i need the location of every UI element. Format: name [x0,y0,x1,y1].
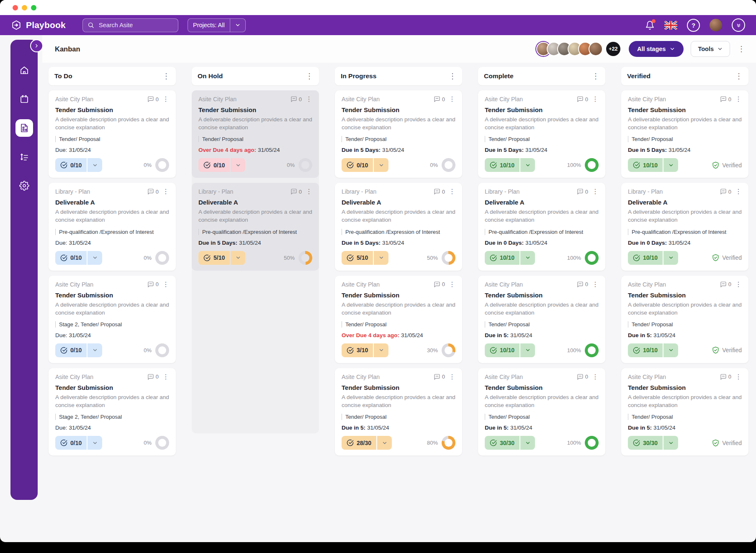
sidebar-expand-button[interactable] [30,39,43,52]
comments-indicator[interactable]: 0 [147,188,159,195]
comments-indicator[interactable]: 0 [434,374,445,380]
comments-indicator[interactable]: 0 [577,96,588,102]
progress-chip[interactable]: 0/10 [342,158,388,172]
chip-caret-button[interactable] [374,343,388,357]
progress-chip[interactable]: 5/10 [198,251,245,265]
card-menu-button[interactable]: ⋮ [735,96,742,102]
card-menu-button[interactable]: ⋮ [449,281,455,288]
progress-chip[interactable]: 10/10 [628,158,678,172]
chip-caret-button[interactable] [87,343,102,357]
card-menu-button[interactable]: ⋮ [306,96,312,102]
uk-flag-icon[interactable] [664,21,677,30]
minimize-button[interactable] [22,5,27,10]
comments-indicator[interactable]: 0 [720,96,731,102]
column-menu-button[interactable]: ⋮ [449,72,456,80]
chip-caret-button[interactable] [374,251,388,265]
tools-dropdown[interactable]: Tools [691,41,730,57]
card-menu-button[interactable]: ⋮ [592,96,599,102]
chip-caret-button[interactable] [663,343,678,357]
kanban-card[interactable]: Asite City Plan 0 ⋮ Tender Submission [49,368,176,456]
column-menu-button[interactable]: ⋮ [306,72,313,80]
sidebar-item-home[interactable] [15,61,33,79]
chip-caret-button[interactable] [663,436,678,450]
kanban-card[interactable]: Asite City Plan 0 ⋮ Tender Submission [478,90,605,178]
comments-indicator[interactable]: 0 [434,188,445,195]
progress-chip[interactable]: 10/10 [485,343,535,357]
comments-indicator[interactable]: 0 [577,281,588,288]
close-button[interactable] [13,5,18,10]
chip-caret-button[interactable] [663,158,678,172]
kanban-card[interactable]: Asite City Plan 0 ⋮ Tender Submission [621,276,748,363]
kanban-card[interactable]: Asite City Plan 0 ⋮ Tender Submission [335,276,462,363]
chip-caret-button[interactable] [87,436,102,450]
comments-indicator[interactable]: 0 [147,281,159,288]
card-menu-button[interactable]: ⋮ [592,281,599,288]
card-menu-button[interactable]: ⋮ [592,374,599,380]
chip-caret-button[interactable] [520,343,535,357]
kanban-card[interactable]: Library - Plan 0 ⋮ Deliverable A [335,183,462,270]
avatar[interactable] [589,42,603,56]
progress-chip[interactable]: 10/10 [485,158,535,172]
column-menu-button[interactable]: ⋮ [592,72,599,80]
search-input[interactable] [98,21,162,29]
projects-filter-dropdown[interactable]: Projects: All [188,18,246,32]
column-menu-button[interactable]: ⋮ [735,72,743,80]
card-menu-button[interactable]: ⋮ [449,96,455,102]
comments-indicator[interactable]: 0 [720,374,731,380]
kanban-card[interactable]: Asite City Plan 0 ⋮ Tender Submission [49,90,176,178]
sidebar-item-tasklist[interactable] [15,148,33,166]
sidebar-item-kanban[interactable] [15,119,33,137]
search-box[interactable] [82,18,178,32]
comments-indicator[interactable]: 0 [434,281,445,288]
notifications-button[interactable] [645,20,655,30]
card-menu-button[interactable]: ⋮ [735,281,742,288]
all-stages-dropdown[interactable]: All stages [629,41,684,57]
kanban-card[interactable]: Asite City Plan 0 ⋮ Tender Submission [478,368,605,456]
chip-caret-button[interactable] [231,158,245,172]
progress-chip[interactable]: 0/10 [55,343,102,357]
chip-caret-button[interactable] [374,158,388,172]
card-menu-button[interactable]: ⋮ [592,188,599,195]
comments-indicator[interactable]: 0 [434,96,445,102]
card-menu-button[interactable]: ⋮ [162,281,169,288]
comments-indicator[interactable]: 0 [291,96,302,102]
help-button[interactable]: ? [687,19,700,32]
zoom-button[interactable] [31,5,36,10]
collapse-topbar-button[interactable] [732,18,745,32]
progress-chip[interactable]: 0/10 [55,158,102,172]
kanban-card[interactable]: Asite City Plan 0 ⋮ Tender Submission [335,368,462,456]
avatar-overflow-badge[interactable]: +22 [606,42,620,56]
kanban-card[interactable]: Asite City Plan 0 ⋮ Tender Submission [192,90,319,178]
column-menu-button[interactable]: ⋮ [162,72,170,80]
comments-indicator[interactable]: 0 [577,188,588,195]
kanban-card[interactable]: Asite City Plan 0 ⋮ Tender Submission [478,276,605,363]
progress-chip[interactable]: 28/30 [342,436,392,450]
card-menu-button[interactable]: ⋮ [162,188,169,195]
kanban-card[interactable]: Asite City Plan 0 ⋮ Tender Submission [621,368,748,456]
card-menu-button[interactable]: ⋮ [449,374,455,380]
comments-indicator[interactable]: 0 [720,188,731,195]
progress-chip[interactable]: 0/10 [55,436,102,450]
chip-caret-button[interactable] [231,251,245,265]
card-menu-button[interactable]: ⋮ [735,188,742,195]
kanban-card[interactable]: Library - Plan 0 ⋮ Deliverable A [49,183,176,270]
kanban-card[interactable]: Library - Plan 0 ⋮ Deliverable A [621,183,748,270]
progress-chip[interactable]: 30/30 [485,436,535,450]
comments-indicator[interactable]: 0 [291,188,302,195]
kanban-card[interactable]: Library - Plan 0 ⋮ Deliverable A [478,183,605,270]
comments-indicator[interactable]: 0 [720,281,731,288]
progress-chip[interactable]: 10/10 [628,343,678,357]
chip-caret-button[interactable] [520,158,535,172]
chip-caret-button[interactable] [377,436,392,450]
card-menu-button[interactable]: ⋮ [306,188,312,195]
progress-chip[interactable]: 5/10 [342,251,388,265]
progress-chip[interactable]: 10/10 [628,251,678,265]
kanban-card[interactable]: Asite City Plan 0 ⋮ Tender Submission [335,90,462,178]
comments-indicator[interactable]: 0 [147,374,159,380]
comments-indicator[interactable]: 0 [577,374,588,380]
sidebar-item-calendar[interactable] [15,90,33,108]
user-avatar[interactable] [710,19,722,31]
sidebar-item-settings[interactable] [15,177,33,195]
progress-chip[interactable]: 0/10 [55,251,102,265]
chip-caret-button[interactable] [663,251,678,265]
